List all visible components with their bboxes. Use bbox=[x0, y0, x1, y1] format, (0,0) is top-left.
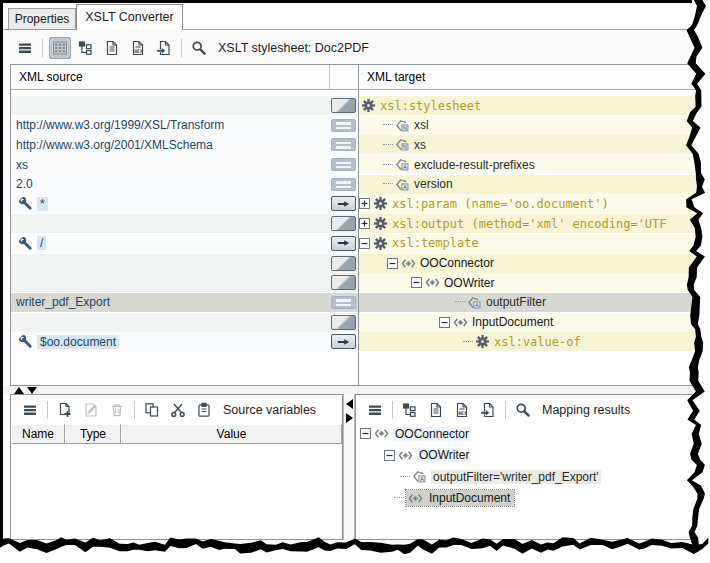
splitter-collapse-down-icon[interactable] bbox=[27, 387, 37, 394]
equals-button[interactable] bbox=[331, 119, 356, 132]
source-row[interactable] bbox=[11, 96, 358, 115]
vertical-splitter[interactable] bbox=[343, 394, 355, 540]
tree-node-label[interactable]: xsl:value-of bbox=[494, 335, 581, 349]
source-row[interactable] bbox=[11, 214, 358, 233]
tree-node[interactable]: xsl:output (method='xml' encoding='UTF bbox=[359, 214, 710, 233]
tree-node-label[interactable]: OOConnector bbox=[420, 256, 494, 270]
tree-node-label[interactable]: outputFilter bbox=[486, 295, 546, 309]
search-icon[interactable] bbox=[188, 37, 210, 59]
search-icon[interactable] bbox=[512, 399, 534, 421]
map-arrow-button[interactable] bbox=[331, 236, 356, 251]
expander-icon[interactable] bbox=[359, 218, 370, 229]
tree-node-label[interactable]: xsl bbox=[414, 118, 429, 132]
tree-node[interactable]: Aversion bbox=[359, 175, 710, 194]
tree-node[interactable]: xsl:value-of bbox=[359, 332, 710, 351]
source-row[interactable] bbox=[11, 254, 358, 273]
tree-node-label[interactable]: InputDocument bbox=[472, 315, 553, 329]
equals-button[interactable] bbox=[331, 158, 356, 171]
tree-node-label[interactable]: xsl:template bbox=[392, 236, 479, 250]
tree-node[interactable]: AoutputFilter bbox=[359, 293, 710, 312]
tree-node-label[interactable]: xsl:output (method='xml' encoding='UTF bbox=[392, 217, 667, 231]
source-row[interactable] bbox=[11, 273, 358, 292]
tree-node-label[interactable]: xsl:param (name='oo.document') bbox=[392, 197, 609, 211]
expander-icon[interactable] bbox=[387, 258, 398, 269]
tree-node[interactable]: Nxs bbox=[359, 135, 710, 154]
horizontal-splitter[interactable] bbox=[3, 386, 708, 394]
tree-node-label[interactable]: version bbox=[414, 177, 453, 191]
diagonal-button[interactable] bbox=[331, 256, 356, 271]
tree-node-label[interactable]: OOConnector bbox=[393, 427, 471, 441]
source-row[interactable] bbox=[11, 313, 358, 332]
expander-icon[interactable] bbox=[384, 450, 395, 461]
equals-button[interactable] bbox=[331, 138, 356, 151]
tree-node-label[interactable]: InputDocument bbox=[427, 491, 512, 505]
hamburger-icon[interactable] bbox=[19, 399, 41, 421]
variables-column-header[interactable]: Value bbox=[121, 424, 342, 444]
doc-icon[interactable] bbox=[101, 37, 123, 59]
tree-icon[interactable] bbox=[399, 399, 421, 421]
tree-node[interactable]: OOConnector bbox=[359, 254, 710, 273]
splitter-collapse-up-icon[interactable] bbox=[14, 387, 24, 394]
source-cell-text[interactable]: http://www.w3.org/2001/XMLSchema bbox=[16, 138, 213, 152]
expander-icon[interactable] bbox=[360, 428, 371, 439]
doc-arrow-icon[interactable] bbox=[153, 37, 175, 59]
hamburger-icon[interactable] bbox=[14, 37, 36, 59]
new-doc-icon[interactable] bbox=[54, 399, 76, 421]
doc-hex-icon[interactable]: HEX bbox=[451, 399, 473, 421]
expander-icon[interactable] bbox=[359, 238, 370, 249]
tab-properties[interactable]: Properties bbox=[8, 8, 76, 29]
diagonal-button[interactable] bbox=[331, 98, 356, 113]
tree-node-label[interactable]: exclude-result-prefixes bbox=[414, 158, 535, 172]
equals-button[interactable] bbox=[331, 296, 356, 309]
tree-node-label[interactable]: outputFilter='writer_pdf_Export' bbox=[431, 470, 601, 484]
diagonal-button[interactable] bbox=[331, 315, 356, 330]
tree-node-label[interactable]: OOWriter bbox=[444, 276, 494, 290]
source-cell-text[interactable]: http://www.w3.org/1999/XSL/Transform bbox=[16, 118, 224, 132]
splitter-collapse-left-icon[interactable] bbox=[346, 399, 353, 409]
tree-node-label[interactable]: xs bbox=[414, 138, 426, 152]
tree-node[interactable]: Nxsl bbox=[359, 116, 710, 135]
expander-icon[interactable] bbox=[359, 198, 370, 209]
source-row[interactable]: 2.0 bbox=[11, 175, 358, 194]
tree-icon[interactable] bbox=[75, 37, 97, 59]
variables-column-header[interactable]: Name bbox=[11, 424, 65, 444]
source-row[interactable]: writer_pdf_Export bbox=[11, 293, 358, 312]
expander-icon[interactable] bbox=[411, 277, 422, 288]
source-row[interactable]: http://www.w3.org/1999/XSL/Transform bbox=[11, 116, 358, 135]
source-cell-text[interactable]: 2.0 bbox=[16, 177, 33, 191]
source-row[interactable]: xs bbox=[11, 155, 358, 174]
source-cell-text[interactable]: / bbox=[37, 236, 46, 250]
doc-hex-icon[interactable]: HEX bbox=[127, 37, 149, 59]
tree-node[interactable]: xsl:template bbox=[359, 234, 710, 253]
tree-node[interactable]: Aexclude-result-prefixes bbox=[359, 155, 710, 174]
splitter-collapse-right-icon[interactable] bbox=[346, 413, 353, 423]
tree-node[interactable]: OOWriter bbox=[358, 445, 708, 466]
source-cell-text[interactable]: xs bbox=[16, 158, 28, 172]
doc-arrow-icon[interactable] bbox=[477, 399, 499, 421]
tree-node-label[interactable]: xsl:stylesheet bbox=[380, 99, 481, 113]
source-cell-text[interactable]: * bbox=[37, 197, 48, 211]
tree-node[interactable]: AoutputFilter='writer_pdf_Export' bbox=[358, 466, 708, 487]
source-cell-text[interactable]: writer_pdf_Export bbox=[16, 295, 110, 309]
cut-icon[interactable] bbox=[167, 399, 189, 421]
tree-node-label[interactable]: OOWriter bbox=[417, 448, 471, 462]
variables-table-body[interactable] bbox=[11, 444, 342, 539]
tab-xslt-converter[interactable]: XSLT Converter bbox=[76, 4, 183, 30]
tree-node[interactable]: OOWriter bbox=[359, 273, 710, 292]
source-row[interactable]: * bbox=[11, 194, 358, 213]
hamburger-icon[interactable] bbox=[364, 399, 386, 421]
diagonal-button[interactable] bbox=[331, 275, 356, 290]
expander-icon[interactable] bbox=[439, 317, 450, 328]
tree-node[interactable]: InputDocument bbox=[358, 488, 708, 509]
tree-node[interactable]: xsl:param (name='oo.document') bbox=[359, 194, 710, 213]
paste-icon[interactable] bbox=[193, 399, 215, 421]
tree-node[interactable]: InputDocument bbox=[359, 313, 710, 332]
source-row[interactable]: http://www.w3.org/2001/XMLSchema bbox=[11, 135, 358, 154]
equals-button[interactable] bbox=[331, 178, 356, 191]
doc-icon[interactable] bbox=[425, 399, 447, 421]
variables-column-header[interactable]: Type bbox=[65, 424, 121, 444]
source-row[interactable]: $oo.document bbox=[11, 332, 358, 351]
source-cell-text[interactable]: $oo.document bbox=[37, 335, 119, 349]
copy-icon[interactable] bbox=[141, 399, 163, 421]
map-arrow-button[interactable] bbox=[331, 196, 356, 211]
